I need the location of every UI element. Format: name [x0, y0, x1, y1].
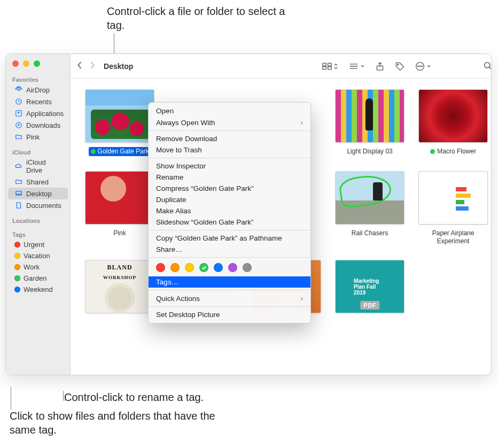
ctx-tags[interactable]: Tags…: [149, 276, 310, 288]
group-by-button[interactable]: [346, 60, 368, 72]
sidebar-label: Applications: [26, 110, 64, 118]
sidebar: Favorites AirDrop Recents Applications D…: [6, 54, 71, 375]
file-thumbnail: [418, 171, 488, 225]
sidebar-tag-weekend[interactable]: Weekend: [8, 284, 68, 295]
sidebar-tag-garden[interactable]: Garden: [8, 273, 68, 284]
file-thumbnail: [335, 89, 404, 143]
nav-forward-button[interactable]: [89, 61, 95, 72]
ctx-tag-color[interactable]: [199, 263, 208, 272]
chevron-right-icon: ›: [300, 118, 303, 127]
ctx-always-open-with[interactable]: Always Open With›: [149, 117, 310, 128]
ctx-duplicate[interactable]: Duplicate: [149, 194, 310, 205]
file-item[interactable]: Pink: [82, 171, 157, 246]
ctx-tag-colors: [149, 260, 310, 276]
sidebar-item-desktop[interactable]: Desktop: [8, 188, 68, 199]
ctx-tag-color[interactable]: [170, 263, 180, 272]
sidebar-item-recents[interactable]: Recents: [8, 96, 68, 107]
svg-point-13: [419, 66, 421, 67]
file-item[interactable]: BLANDWORKSHOP: [82, 260, 157, 318]
file-item[interactable]: Macro Flower: [416, 89, 491, 156]
file-label: Macro Flower: [428, 147, 478, 156]
file-item[interactable]: Paper Airplane Experiment: [416, 171, 491, 246]
sidebar-item-pink[interactable]: Pink: [8, 131, 68, 143]
pdf-badge: PDF: [360, 301, 379, 310]
sidebar-item-applications[interactable]: Applications: [8, 107, 68, 119]
sidebar-heading-icloud: iCloud: [6, 147, 70, 157]
file-item[interactable]: Light Display 03: [332, 89, 407, 156]
sidebar-label: Documents: [26, 202, 61, 210]
tags-button[interactable]: [392, 59, 408, 73]
sidebar-tag-label: Urgent: [24, 241, 44, 249]
sidebar-heading-tags: Tags: [6, 229, 70, 239]
sidebar-tag-urgent[interactable]: Urgent: [8, 239, 68, 250]
sidebar-tag-label: Weekend: [24, 285, 53, 293]
ctx-remove-download[interactable]: Remove Download: [149, 133, 310, 144]
close-window-button[interactable]: [12, 60, 19, 67]
sidebar-label: Recents: [26, 98, 52, 106]
share-button[interactable]: [372, 59, 387, 73]
tag-dot-icon: [430, 149, 435, 154]
file-label: Pink: [111, 229, 128, 238]
svg-rect-8: [328, 66, 332, 69]
ctx-move-to-trash[interactable]: Move to Trash: [149, 144, 310, 156]
sidebar-item-icloud-drive[interactable]: iCloud Drive: [8, 157, 68, 176]
zoom-window-button[interactable]: [34, 60, 40, 67]
sidebar-label: Pink: [26, 133, 40, 141]
ctx-quick-actions[interactable]: Quick Actions›: [149, 292, 310, 304]
ctx-slideshow[interactable]: Slideshow “Golden Gate Park”: [149, 217, 310, 228]
view-mode-button[interactable]: [319, 60, 341, 72]
main-area: Desktop: [71, 54, 492, 375]
sidebar-label: Downloads: [26, 121, 60, 129]
minimize-window-button[interactable]: [23, 60, 29, 67]
sidebar-tag-label: Vacation: [24, 252, 50, 260]
file-item[interactable]: Marketing Plan Fall 2019PDF: [332, 260, 407, 318]
ctx-share[interactable]: Share…: [149, 244, 310, 255]
ctx-tag-color[interactable]: [185, 263, 194, 272]
nav-back-button[interactable]: [77, 61, 83, 72]
sidebar-item-shared[interactable]: Shared: [8, 176, 68, 188]
ctx-tag-color[interactable]: [243, 263, 252, 272]
leader-rename-tag-h: [63, 400, 69, 400]
ctx-rename[interactable]: Rename: [149, 172, 310, 183]
applications-icon: [14, 109, 23, 118]
ctx-set-desktop-picture[interactable]: Set Desktop Picture: [149, 309, 310, 320]
svg-rect-4: [16, 191, 22, 195]
sidebar-tag-label: Garden: [24, 274, 46, 282]
tag-dot-icon: [14, 264, 20, 270]
file-item[interactable]: Golden Gate Park: [82, 89, 157, 156]
file-thumbnail: Marketing Plan Fall 2019PDF: [335, 260, 404, 313]
svg-rect-5: [323, 63, 326, 66]
file-thumbnail: [85, 89, 154, 143]
sidebar-label: iCloud Drive: [26, 158, 64, 174]
file-item[interactable]: Rail Chasers: [332, 171, 407, 246]
cloud-icon: [14, 162, 23, 171]
file-thumbnail: BLANDWORKSHOP: [85, 260, 154, 313]
search-button[interactable]: [480, 59, 492, 73]
ctx-tag-color[interactable]: [228, 263, 237, 272]
clock-icon: [14, 97, 23, 106]
sidebar-heading-favorites: Favorites: [6, 74, 70, 84]
sidebar-item-downloads[interactable]: Downloads: [8, 119, 68, 131]
ctx-copy-pathname[interactable]: Copy “Golden Gate Park” as Pathname: [149, 233, 310, 244]
svg-rect-6: [328, 63, 332, 66]
sidebar-item-airdrop[interactable]: AirDrop: [8, 84, 68, 96]
sidebar-tag-vacation[interactable]: Vacation: [8, 250, 68, 261]
sidebar-heading-locations: Locations: [6, 215, 70, 225]
svg-point-14: [422, 66, 423, 67]
chevron-right-icon: ›: [300, 294, 303, 303]
context-menu: Open Always Open With› Remove Download M…: [148, 102, 311, 323]
ctx-make-alias[interactable]: Make Alias: [149, 205, 310, 217]
tag-dot-icon: [14, 253, 20, 259]
sidebar-item-documents[interactable]: Documents: [8, 199, 68, 211]
svg-point-10: [398, 64, 399, 65]
sidebar-label: Desktop: [26, 190, 52, 198]
ctx-compress[interactable]: Compress “Golden Gate Park”: [149, 183, 310, 194]
file-grid: Golden Gate ParkLight Display 03Macro Fl…: [71, 79, 492, 375]
ctx-open[interactable]: Open: [149, 105, 310, 117]
ctx-tag-color[interactable]: [214, 263, 223, 272]
ctx-tag-color[interactable]: [156, 263, 165, 272]
ctx-show-inspector[interactable]: Show Inspector: [149, 160, 310, 172]
sidebar-tag-work[interactable]: Work: [8, 261, 68, 273]
more-button[interactable]: [412, 59, 434, 73]
tag-dot-icon: [14, 275, 20, 281]
